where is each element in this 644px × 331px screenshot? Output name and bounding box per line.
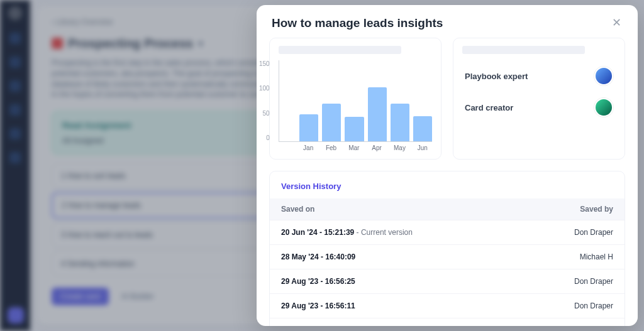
chart-bar <box>345 117 364 141</box>
chart-x-label: Jan <box>299 144 318 151</box>
close-icon[interactable]: ✕ <box>610 17 623 30</box>
chart-x-label: May <box>390 144 409 151</box>
chart-x-label: Jun <box>413 144 432 151</box>
version-row[interactable]: 29 Aug '23 - 16:55:23Don Draper <box>270 318 625 326</box>
roles-title-placeholder <box>462 46 585 54</box>
version-date: 20 Jun '24 - 15:21:39 - Current version <box>281 228 413 237</box>
chart-bar <box>299 114 318 141</box>
chart-bar <box>368 87 387 141</box>
role-label: Card creator <box>465 103 513 112</box>
version-date: 28 May '24 - 16:40:09 <box>281 252 355 261</box>
chart-bar <box>413 116 432 141</box>
column-saved-on: Saved on <box>281 205 314 214</box>
chart-x-label: Feb <box>321 144 340 151</box>
column-saved-by: Saved by <box>580 205 613 214</box>
avatar[interactable] <box>594 67 613 85</box>
modal-title: How to manage leads insights <box>272 16 443 30</box>
version-row[interactable]: 28 May '24 - 16:40:09Michael H <box>270 244 625 269</box>
avatar[interactable] <box>594 98 613 117</box>
role-row: Playbook expert <box>462 60 616 92</box>
chart-bar <box>322 104 341 141</box>
role-label: Playbook expert <box>465 72 528 81</box>
views-bar-chart: 150100500 <box>279 60 432 142</box>
insights-modal: How to manage leads insights ✕ 150100500… <box>257 5 638 326</box>
version-saver: Don Draper <box>574 277 613 286</box>
chart-x-label: Apr <box>367 144 386 151</box>
roles-panel: Playbook expert Card creator <box>453 38 625 160</box>
modal-body-scroll[interactable]: 150100500 JanFebMarAprMayJun Playbook ex… <box>257 35 638 326</box>
version-history-title: Version History <box>270 171 625 198</box>
version-date: 29 Aug '23 - 16:56:11 <box>281 301 355 310</box>
version-history-panel: Version History Saved on Saved by 20 Jun… <box>269 171 625 326</box>
version-row[interactable]: 29 Aug '23 - 16:56:11Don Draper <box>270 293 625 318</box>
version-saver: Don Draper <box>574 228 613 237</box>
chart-bar <box>391 104 409 141</box>
views-chart-panel: 150100500 JanFebMarAprMayJun <box>269 38 441 160</box>
version-saver: Don Draper <box>574 301 613 310</box>
version-saver: Michael H <box>580 252 613 261</box>
version-row[interactable]: 29 Aug '23 - 16:56:25Don Draper <box>270 269 625 293</box>
role-row: Card creator <box>462 92 616 123</box>
version-date: 29 Aug '23 - 16:56:25 <box>281 277 355 286</box>
chart-title-placeholder <box>279 46 401 54</box>
version-row[interactable]: 20 Jun '24 - 15:21:39 - Current versionD… <box>270 220 625 244</box>
chart-x-label: Mar <box>345 144 364 151</box>
